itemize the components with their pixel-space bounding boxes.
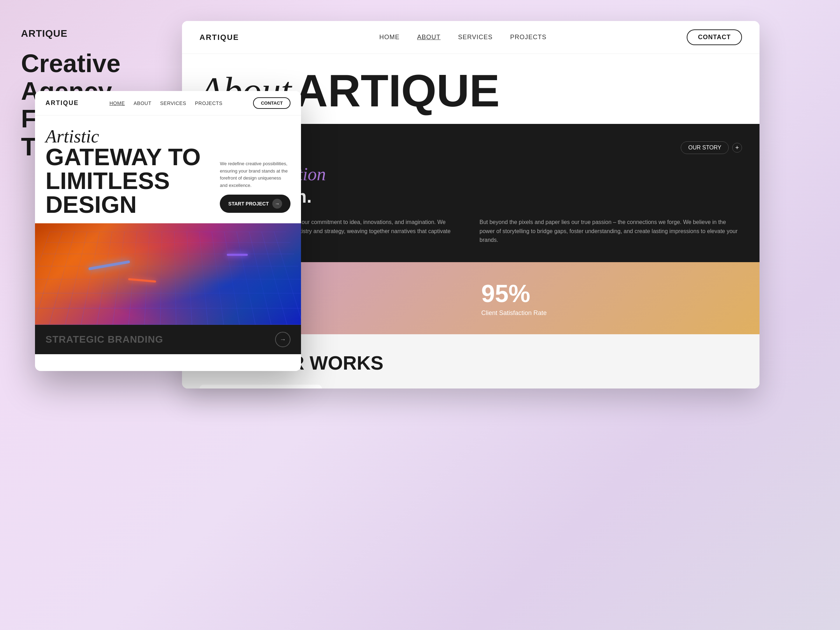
start-btn-arrow-icon: → (272, 199, 282, 208)
front-nav-projects[interactable]: PROJECTS (195, 100, 223, 106)
strategic-branding-label: STRATEGIC BRANDING (46, 334, 163, 345)
front-nav-home[interactable]: HOME (109, 100, 125, 106)
hero-line-2: LIMITLESS DESIGN (46, 169, 213, 216)
back-nav-home[interactable]: HOME (379, 33, 400, 41)
home-hero-left: Artistic GATEWAY TO LIMITLESS DESIGN (46, 126, 213, 216)
works-card: CREATIVITY Creativity is at the heart of… (199, 385, 322, 388)
back-nav-services[interactable]: SERVICES (458, 33, 493, 41)
back-nav-projects[interactable]: PROJECTS (510, 33, 547, 41)
front-nav-about[interactable]: ABOUT (134, 100, 152, 106)
hero-headline: GATEWAY TO LIMITLESS DESIGN (46, 145, 213, 216)
hero-line-1: GATEWAY TO (46, 145, 213, 169)
our-story-plus-icon[interactable]: + (732, 143, 742, 153)
home-hero-inner: Artistic GATEWAY TO LIMITLESS DESIGN We … (46, 126, 291, 216)
glow-line-3 (227, 254, 248, 256)
stat-label-2: Client Satisfaction Rate (481, 309, 742, 317)
hero-subtitle: We redefine creative possibilities, ensu… (220, 157, 290, 189)
bottom-arrow-icon[interactable]: → (275, 332, 291, 347)
back-nav-bar: ARTIQUE HOME ABOUT SERVICES PROJECTS CON… (182, 21, 759, 54)
front-browser-window: ARTIQUE HOME ABOUT SERVICES PROJECTS CON… (35, 91, 301, 371)
back-nav-contact-button[interactable]: CONTACT (687, 29, 742, 45)
dark-story-text-2: But beyond the pixels and paper lies our… (480, 218, 742, 245)
about-bold-text: ARTIQUE (295, 68, 500, 114)
front-nav-services[interactable]: SERVICES (160, 100, 186, 106)
hero-image-color-overlay (35, 223, 301, 325)
home-hero-right: We redefine creative possibilities, ensu… (220, 126, 291, 216)
front-nav-bar: ARTIQUE HOME ABOUT SERVICES PROJECTS CON… (35, 91, 301, 115)
back-nav-logo: ARTIQUE (199, 33, 239, 42)
back-nav-links: HOME ABOUT SERVICES PROJECTS (379, 33, 547, 41)
hero-image (35, 223, 301, 325)
dark-bottom-bar: STRATEGIC BRANDING → (35, 325, 301, 354)
front-nav-links: HOME ABOUT SERVICES PROJECTS (109, 100, 223, 106)
home-hero: Artistic GATEWAY TO LIMITLESS DESIGN We … (35, 115, 301, 223)
left-brand-label: ARTIQUE (21, 28, 161, 39)
stat-item-2: 95% Client Satisfaction Rate (481, 279, 742, 317)
front-nav-contact-button[interactable]: CONTACT (253, 97, 291, 109)
back-nav-about[interactable]: ABOUT (417, 33, 441, 41)
our-story-button[interactable]: OUR STORY (681, 141, 729, 154)
start-project-button[interactable]: START PROJECT → (220, 194, 291, 213)
front-nav-logo: ARTIQUE (46, 99, 79, 107)
stat-number-2: 95% (481, 279, 742, 308)
